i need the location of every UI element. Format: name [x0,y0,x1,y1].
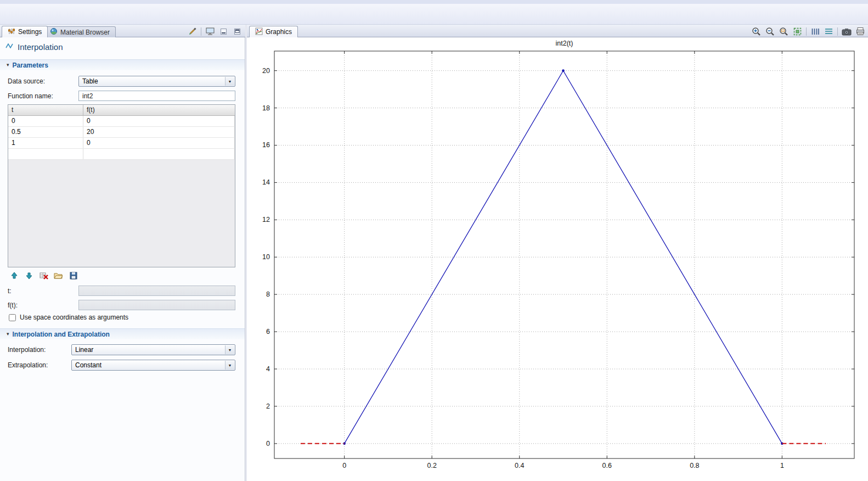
svg-text:10: 10 [262,253,270,261]
material-sphere-icon [50,27,58,37]
interpolation-select[interactable]: Linear ▼ [71,344,235,355]
svg-text:0.4: 0.4 [515,462,524,469]
function-name-input[interactable]: int2 [78,91,235,101]
move-down-icon[interactable] [24,271,34,281]
chevron-down-icon: ▾ [7,63,9,68]
help-monitor-icon[interactable] [205,26,215,36]
t-input [78,286,235,296]
section-parameters[interactable]: ▾ Parameters [0,59,245,70]
toolbar-separator [806,27,807,36]
graphics-plot-icon [255,27,263,37]
svg-text:6: 6 [266,328,270,335]
print-icon[interactable] [855,26,865,36]
table-row[interactable]: 10 [8,138,235,149]
table-row[interactable]: 0.520 [8,127,235,138]
load-from-file-icon[interactable] [53,271,64,281]
table-cell[interactable]: 0.5 [8,127,83,137]
minimize-view-icon[interactable] [218,26,229,36]
x-axis-settings-icon[interactable] [810,26,820,36]
zoom-box-icon[interactable] [779,26,789,36]
comsol-window: Settings Material Browser [0,0,868,481]
save-to-file-icon[interactable] [68,271,78,281]
graphics-panel: 00.20.40.60.8102468101214161820int2(t) [247,37,868,481]
table-header-t[interactable]: t [8,105,83,115]
settings-bar-icons [187,26,243,36]
maximize-view-icon[interactable] [232,26,243,36]
chevron-down-icon: ▼ [225,77,234,86]
svg-text:0: 0 [266,440,270,448]
table-cell[interactable]: 0 [8,116,83,126]
page-title: Interpolation [5,42,63,52]
table-cell[interactable] [8,149,83,159]
svg-text:18: 18 [262,104,270,112]
tab-graphics[interactable]: Graphics [249,26,298,37]
settings-tabbar: Settings Material Browser [0,25,245,37]
table-row-empty[interactable] [8,149,235,160]
svg-text:1: 1 [780,462,784,469]
table-header-ft[interactable]: f(t) [83,105,235,115]
svg-text:16: 16 [262,141,270,149]
data-source-label: Data source: [8,76,45,87]
table-cell[interactable]: 0 [83,138,235,148]
function-name-label: Function name: [8,91,53,102]
svg-text:0.2: 0.2 [427,462,436,469]
table-cell[interactable] [83,149,235,159]
data-source-value: Table [82,77,98,85]
svg-text:12: 12 [262,216,270,223]
tab-material-browser-label: Material Browser [60,29,110,36]
delete-row-icon[interactable] [38,271,49,281]
y-axis-settings-icon[interactable] [824,26,834,36]
chevron-down-icon: ▼ [225,361,234,370]
svg-text:0.8: 0.8 [690,462,699,469]
window-top-strip [0,0,868,4]
parameters-table-rows: 000.52010 [8,116,235,149]
window-chrome [0,0,868,25]
toolbar-separator [201,27,201,36]
svg-text:14: 14 [262,178,270,186]
settings-sliders-icon [8,27,15,37]
table-cell[interactable]: 20 [83,127,235,137]
svg-text:8: 8 [266,290,270,298]
extrapolation-label: Extrapolation: [8,360,48,371]
svg-text:0: 0 [342,462,346,469]
parameters-table: t f(t) 000.52010 [8,104,235,267]
tab-material-browser[interactable]: Material Browser [44,26,116,37]
tab-graphics-label: Graphics [266,28,292,36]
tab-settings[interactable]: Settings [2,26,48,37]
snapshot-camera-icon[interactable] [841,26,852,36]
function-name-value: int2 [82,92,93,100]
interpolation-function-icon [5,42,14,52]
interpolation-plot[interactable]: 00.20.40.60.8102468101214161820int2(t) [247,37,868,481]
zoom-extents-icon[interactable] [792,26,803,36]
section-interp-extrap-label: Interpolation and Extrapolation [13,331,110,338]
svg-text:int2(t): int2(t) [556,40,573,47]
interpolation-value: Linear [75,346,93,354]
svg-text:0.6: 0.6 [602,462,612,469]
zoom-out-icon[interactable] [765,26,775,36]
settings-panel: Interpolation ▾ Parameters Data source: … [0,37,245,481]
svg-text:4: 4 [266,365,270,373]
ft-input [78,300,235,310]
section-interp-extrap[interactable]: ▾ Interpolation and Extrapolation [0,328,245,339]
toolbar-separator [837,27,838,36]
section-parameters-label: Parameters [13,61,48,69]
table-cell[interactable]: 1 [8,138,83,148]
svg-text:2: 2 [266,402,270,410]
chevron-down-icon: ▾ [7,332,9,337]
space-coords-checkbox[interactable] [9,314,16,321]
graphics-tabbar: Graphics [247,25,868,37]
svg-text:20: 20 [262,67,270,75]
table-cell[interactable]: 0 [83,116,235,126]
edit-brush-icon[interactable] [187,26,198,36]
extrapolation-select[interactable]: Constant ▼ [71,360,235,371]
page-title-text: Interpolation [18,42,63,52]
data-source-select[interactable]: Table ▼ [78,76,235,87]
tab-settings-label: Settings [18,28,42,36]
table-header-row: t f(t) [8,105,235,116]
table-row[interactable]: 00 [8,116,235,127]
ft-field-label: f(t): [8,300,18,311]
table-toolbar [9,271,78,281]
move-up-icon[interactable] [9,271,19,281]
chevron-down-icon: ▼ [225,345,234,354]
zoom-in-icon[interactable] [751,26,762,36]
